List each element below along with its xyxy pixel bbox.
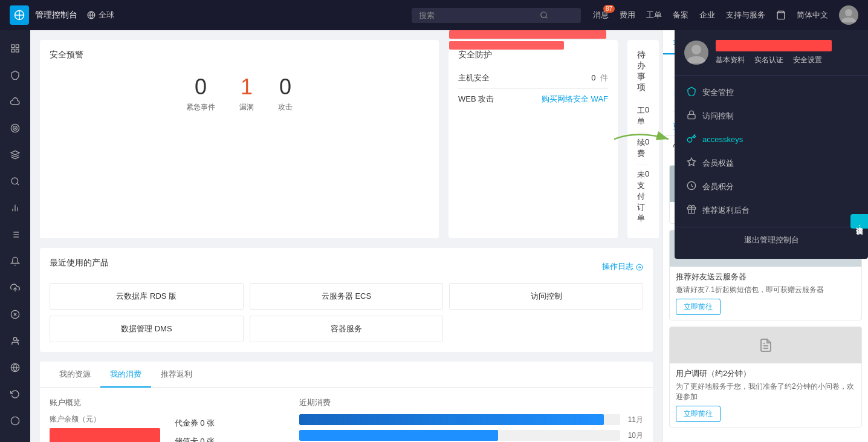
- survey-image-icon: [759, 338, 773, 353]
- icp-nav[interactable]: 备案: [673, 10, 688, 21]
- svg-point-2: [541, 12, 546, 18]
- sidebar-icon-x-circle[interactable]: [3, 302, 27, 327]
- cart-icon[interactable]: [776, 10, 786, 20]
- bar-row-11: 11月: [299, 414, 643, 425]
- product-ecs[interactable]: 云服务器 ECS: [250, 283, 444, 310]
- sidebar-icon-layers[interactable]: [3, 143, 27, 167]
- sidebar-icon-user-plus[interactable]: [3, 329, 27, 353]
- dropdown-item-security-mgmt[interactable]: 安全管控: [675, 80, 868, 104]
- dropdown-top-links: 基本资料 实名认证 安全设置: [716, 55, 832, 65]
- buy-waf-link[interactable]: 购买网络安全 WAF: [542, 94, 608, 105]
- ticket-label: 工单: [637, 105, 645, 127]
- link-real-auth[interactable]: 实名认证: [754, 55, 783, 65]
- sidebar-icon-list[interactable]: [3, 223, 27, 247]
- language-selector[interactable]: 简体中文: [797, 10, 828, 21]
- tab-my-expense[interactable]: 我的消费: [100, 362, 151, 387]
- dropdown-item-member-points[interactable]: 会员积分: [675, 175, 868, 198]
- svg-point-4: [845, 9, 852, 16]
- access-control-icon: [687, 110, 696, 122]
- chart-area: 账户概览 账户余额（元） XXXXXXX 充值: [50, 397, 643, 442]
- security-numbers: 0 紧急事件 1 漏洞 0 攻击: [50, 68, 429, 119]
- logout-button[interactable]: 退出管理控制台: [675, 227, 868, 253]
- svg-rect-39: [688, 114, 695, 119]
- unpaid-label: 未支付订单: [637, 169, 645, 224]
- sidebar-icon-search[interactable]: [3, 169, 27, 193]
- bar-container-10: [299, 430, 620, 441]
- global-selector[interactable]: 全球: [87, 10, 114, 21]
- svg-point-38: [691, 45, 701, 54]
- recent-expense-title: 近期消费: [299, 397, 643, 408]
- recent-products-title: 最近使用的产品: [50, 258, 109, 268]
- bar-container-11: [299, 414, 620, 425]
- dropdown-item-access-control[interactable]: 访问控制: [675, 104, 868, 128]
- product-access-control[interactable]: 访问控制: [449, 283, 643, 310]
- security-mgmt-icon: [687, 86, 696, 98]
- renewal-label: 续费: [637, 137, 645, 159]
- bar-label-10: 10月: [625, 431, 643, 441]
- operation-log-link[interactable]: 操作日志: [602, 261, 643, 272]
- survey-btn[interactable]: 立即前往: [676, 406, 721, 422]
- dropdown-item-referral-backend[interactable]: 推荐返利后台: [675, 198, 868, 222]
- consultation-button[interactable]: 咨询・建议: [850, 214, 868, 229]
- sidebar-icon-cloud[interactable]: [3, 89, 27, 114]
- dropdown-item-accesskeys[interactable]: accesskeys: [675, 128, 868, 151]
- search-input[interactable]: [419, 11, 540, 20]
- enterprise-nav[interactable]: 企业: [699, 10, 715, 21]
- sidebar-icon-bell[interactable]: [3, 249, 27, 273]
- ticket-nav[interactable]: 工单: [646, 10, 662, 21]
- product-rds[interactable]: 云数据库 RDS 版: [50, 283, 244, 310]
- product-container[interactable]: 容器服务: [250, 316, 444, 342]
- urgent-events: 0 紧急事件: [186, 74, 215, 112]
- protect-row-host: 主机安全 0 件: [458, 68, 608, 89]
- left-sidebar: [0, 30, 30, 442]
- bar-label-11: 11月: [625, 415, 643, 425]
- user-avatar[interactable]: [839, 5, 858, 25]
- web-attack-label: WEB 攻击: [458, 94, 494, 105]
- account-overview-section: 账户概览 账户余额（元） XXXXXXX 充值: [50, 397, 287, 442]
- rp-header: 最近使用的产品 操作日志: [50, 258, 643, 276]
- security-alert-card: 安全预警 0 紧急事件 1 漏洞 0 攻击: [40, 40, 439, 238]
- tab-content: 账户概览 账户余额（元） XXXXXXX 充值: [40, 388, 653, 442]
- svg-rect-6: [16, 45, 19, 48]
- sidebar-icon-cloud-upload[interactable]: [3, 276, 27, 300]
- messages-nav[interactable]: 消息 87: [593, 10, 609, 21]
- voucher-row-coupon: 代金券 0 张: [175, 414, 215, 432]
- product-dms[interactable]: 数据管理 DMS: [50, 316, 244, 342]
- accesskeys-label: accesskeys: [702, 135, 743, 144]
- main-area: 安全预警 0 紧急事件 1 漏洞 0 攻击: [40, 40, 653, 442]
- pending-renewal: 续费 0: [637, 132, 649, 164]
- svg-point-27: [13, 337, 16, 340]
- sidebar-icon-grid[interactable]: [3, 36, 27, 60]
- sidebar-icon-refresh[interactable]: [3, 382, 27, 406]
- sidebar-icon-circle[interactable]: [3, 409, 27, 433]
- sidebar-icon-barchart[interactable]: [3, 196, 27, 220]
- top-row: 安全预警 0 紧急事件 1 漏洞 0 攻击: [40, 40, 653, 238]
- balance-value: XXXXXXX: [50, 429, 160, 442]
- brand-label: 管理控制台: [35, 10, 77, 21]
- link-security-settings[interactable]: 安全设置: [793, 55, 822, 65]
- link-basic-info[interactable]: 基本资料: [716, 55, 745, 65]
- member-benefits-icon: [687, 157, 696, 169]
- vuln-count: 1: [239, 74, 254, 100]
- host-security-unit: 件: [598, 73, 608, 82]
- sidebar-icon-target[interactable]: [3, 116, 27, 140]
- billing-nav[interactable]: 费用: [620, 10, 635, 21]
- referral-desc: 邀请好友7.1折起购短信包，即可获赠云服务器: [676, 285, 855, 295]
- tab-referral[interactable]: 推荐返利: [151, 362, 202, 387]
- logo[interactable]: [10, 5, 29, 25]
- search-icon: [540, 11, 548, 19]
- referral-card-body: 推荐好友送云服务器 邀请好友7.1折起购短信包，即可获赠云服务器 立即前往: [670, 267, 861, 320]
- referral-btn[interactable]: 立即前往: [676, 299, 721, 315]
- tab-my-resources[interactable]: 我的资源: [50, 362, 100, 387]
- sidebar-icon-globe[interactable]: [3, 356, 27, 380]
- sidebar-icon-shield[interactable]: [3, 63, 27, 87]
- bar-row-10: 10月: [299, 430, 643, 441]
- pending-title: 待办事项: [637, 50, 649, 93]
- support-nav[interactable]: 支持与服务: [726, 10, 765, 21]
- expense-bar-chart: 11月 10月: [299, 414, 643, 442]
- svg-marker-40: [687, 158, 695, 166]
- dropdown-item-member-benefits[interactable]: 会员权益: [675, 151, 868, 175]
- search-box[interactable]: [412, 8, 581, 23]
- urgent-count: 0: [186, 74, 215, 100]
- security-protect-title: 安全防护: [458, 50, 608, 60]
